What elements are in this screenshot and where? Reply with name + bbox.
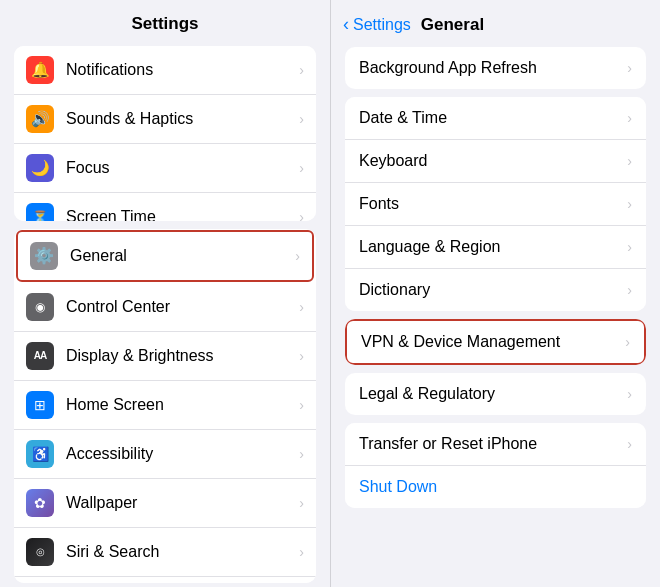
right-item-shutdown[interactable]: Shut Down (345, 466, 646, 508)
date-time-label: Date & Time (359, 109, 623, 127)
general-label: General (70, 247, 291, 265)
wallpaper-icon: ✿ (26, 489, 54, 517)
chevron-icon: › (299, 446, 304, 462)
sidebar-item-general[interactable]: ⚙️ General › (16, 230, 314, 282)
chevron-icon: › (299, 160, 304, 176)
right-item-legal[interactable]: Legal & Regulatory › (345, 373, 646, 415)
chevron-icon: › (627, 60, 632, 76)
control-center-icon: ◉ (26, 293, 54, 321)
chevron-icon: › (299, 397, 304, 413)
sidebar-item-notifications[interactable]: 🔔 Notifications › (14, 46, 316, 95)
right-panel-title: General (421, 15, 484, 35)
control-center-label: Control Center (66, 298, 295, 316)
chevron-icon: › (299, 209, 304, 221)
right-item-fonts[interactable]: Fonts › (345, 183, 646, 226)
display-icon: AA (26, 342, 54, 370)
chevron-icon: › (627, 153, 632, 169)
keyboard-label: Keyboard (359, 152, 623, 170)
sidebar-item-touch-id[interactable]: ☞ Touch ID & Passcode › (14, 577, 316, 583)
right-group-1: Background App Refresh › (345, 47, 646, 89)
settings-group-2: ⚙️ General › ◉ Control Center › AA Displ… (14, 229, 316, 583)
sounds-icon: 🔊 (26, 105, 54, 133)
right-group-2: Date & Time › Keyboard › Fonts › Languag… (345, 97, 646, 311)
right-item-vpn[interactable]: VPN & Device Management › (345, 319, 646, 365)
notifications-icon: 🔔 (26, 56, 54, 84)
settings-group-1: 🔔 Notifications › 🔊 Sounds & Haptics › 🌙… (14, 46, 316, 221)
sidebar-item-home-screen[interactable]: ⊞ Home Screen › (14, 381, 316, 430)
dictionary-label: Dictionary (359, 281, 623, 299)
screen-time-label: Screen Time (66, 208, 295, 221)
shutdown-label: Shut Down (359, 478, 632, 496)
chevron-icon: › (295, 248, 300, 264)
back-chevron-icon: ‹ (343, 14, 349, 35)
home-screen-label: Home Screen (66, 396, 295, 414)
background-refresh-label: Background App Refresh (359, 59, 623, 77)
chevron-icon: › (627, 196, 632, 212)
chevron-icon: › (299, 495, 304, 511)
chevron-icon: › (299, 544, 304, 560)
chevron-icon: › (299, 299, 304, 315)
right-item-background-refresh[interactable]: Background App Refresh › (345, 47, 646, 89)
fonts-label: Fonts (359, 195, 623, 213)
chevron-icon: › (299, 62, 304, 78)
chevron-icon: › (627, 436, 632, 452)
right-item-keyboard[interactable]: Keyboard › (345, 140, 646, 183)
transfer-label: Transfer or Reset iPhone (359, 435, 623, 453)
right-item-transfer[interactable]: Transfer or Reset iPhone › (345, 423, 646, 466)
sidebar-item-siri[interactable]: ◎ Siri & Search › (14, 528, 316, 577)
right-group-3: VPN & Device Management › (345, 319, 646, 365)
left-header: Settings (0, 0, 330, 42)
home-screen-icon: ⊞ (26, 391, 54, 419)
chevron-icon: › (627, 282, 632, 298)
focus-label: Focus (66, 159, 295, 177)
right-group-5: Transfer or Reset iPhone › Shut Down (345, 423, 646, 508)
chevron-icon: › (299, 348, 304, 364)
chevron-icon: › (299, 111, 304, 127)
sidebar-item-screen-time[interactable]: ⏳ Screen Time › (14, 193, 316, 221)
sounds-label: Sounds & Haptics (66, 110, 295, 128)
sidebar-item-control-center[interactable]: ◉ Control Center › (14, 283, 316, 332)
accessibility-icon: ♿ (26, 440, 54, 468)
chevron-icon: › (627, 386, 632, 402)
back-button[interactable]: Settings (353, 16, 411, 34)
screen-time-icon: ⏳ (26, 203, 54, 221)
left-panel: Settings 🔔 Notifications › 🔊 Sounds & Ha… (0, 0, 330, 587)
accessibility-label: Accessibility (66, 445, 295, 463)
siri-label: Siri & Search (66, 543, 295, 561)
right-group-4: Legal & Regulatory › (345, 373, 646, 415)
chevron-icon: › (627, 110, 632, 126)
general-icon: ⚙️ (30, 242, 58, 270)
chevron-icon: › (627, 239, 632, 255)
right-item-language[interactable]: Language & Region › (345, 226, 646, 269)
right-item-dictionary[interactable]: Dictionary › (345, 269, 646, 311)
notifications-label: Notifications (66, 61, 295, 79)
right-item-date-time[interactable]: Date & Time › (345, 97, 646, 140)
sidebar-item-sounds[interactable]: 🔊 Sounds & Haptics › (14, 95, 316, 144)
sidebar-item-wallpaper[interactable]: ✿ Wallpaper › (14, 479, 316, 528)
sidebar-item-focus[interactable]: 🌙 Focus › (14, 144, 316, 193)
sidebar-item-display[interactable]: AA Display & Brightness › (14, 332, 316, 381)
right-header: ‹ Settings General (331, 0, 660, 43)
chevron-icon: › (625, 334, 630, 350)
display-label: Display & Brightness (66, 347, 295, 365)
right-panel: ‹ Settings General Background App Refres… (330, 0, 660, 587)
focus-icon: 🌙 (26, 154, 54, 182)
siri-icon: ◎ (26, 538, 54, 566)
vpn-label: VPN & Device Management (361, 333, 621, 351)
legal-label: Legal & Regulatory (359, 385, 623, 403)
language-label: Language & Region (359, 238, 623, 256)
wallpaper-label: Wallpaper (66, 494, 295, 512)
sidebar-item-accessibility[interactable]: ♿ Accessibility › (14, 430, 316, 479)
